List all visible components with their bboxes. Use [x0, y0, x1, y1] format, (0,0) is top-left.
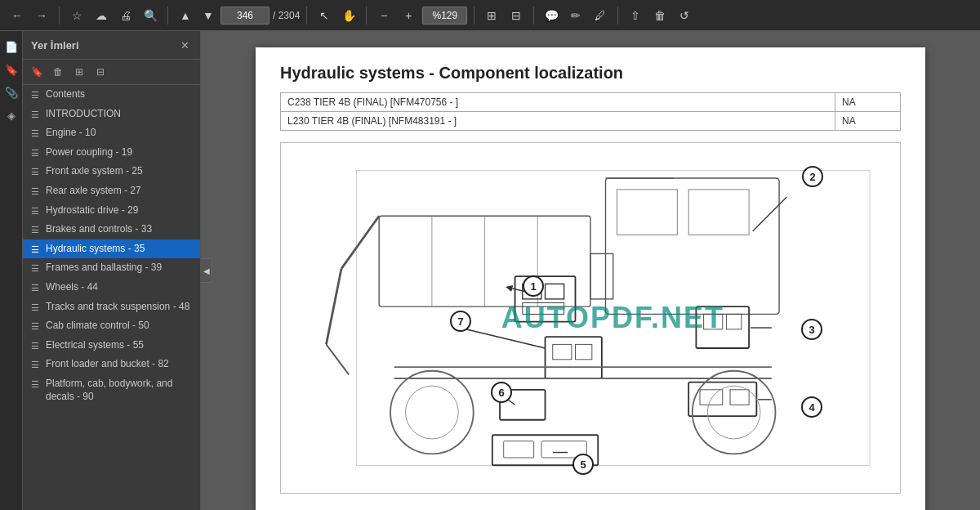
svg-rect-4 — [688, 190, 749, 235]
page-up-icon[interactable]: ▲ — [175, 5, 196, 26]
close-icon[interactable]: ✕ — [177, 38, 192, 52]
callout-3: 3 — [801, 319, 822, 340]
sidebar-title: Yer İmleri — [31, 39, 79, 51]
page-input[interactable] — [220, 7, 270, 25]
fit-icon[interactable]: ⊟ — [506, 5, 527, 26]
sidebar: Yer İmleri ✕ 🔖 🗑 ⊞ ⊟ ☰Contents☰INTRODUCT… — [23, 31, 201, 510]
sidebar-bookmark-icon[interactable]: 🔖 — [28, 63, 46, 81]
bookmark-item-icon: ☰ — [31, 262, 41, 274]
bookmark-item-icon: ☰ — [31, 282, 41, 293]
refresh-icon[interactable]: ↺ — [674, 5, 695, 26]
cloud-icon[interactable]: ☁ — [91, 5, 112, 26]
bookmark-item-15[interactable]: ☰Platform, cab, bodywork, and decals - 9… — [23, 374, 200, 406]
bookmark-item-1[interactable]: ☰INTRODUCTION — [23, 105, 200, 124]
forward-icon[interactable]: → — [31, 5, 52, 26]
callout-6: 6 — [491, 382, 512, 403]
bookmark-item-13[interactable]: ☰Electrical systems - 55 — [23, 336, 200, 356]
print-icon[interactable]: 🖨 — [115, 5, 136, 26]
svg-line-42 — [460, 328, 545, 348]
svg-line-35 — [326, 344, 349, 374]
diagram-area: AUTOPDF.NET 1 2 3 4 5 6 7 — [280, 142, 901, 494]
bookmark-item-3[interactable]: ☰Power coupling - 19 — [23, 143, 200, 163]
bookmark-item-icon: ☰ — [31, 244, 41, 255]
bookmark-item-6[interactable]: ☰Hydrostatic drive - 29 — [23, 201, 200, 221]
main-area: 📄 🔖 📎 ◈ Yer İmleri ✕ 🔖 🗑 ⊞ ⊟ ☰Contents☰I… — [0, 31, 980, 510]
bookmark-item-icon: ☰ — [31, 186, 41, 197]
bookmark-item-0[interactable]: ☰Contents — [23, 85, 200, 105]
bookmark-item-5[interactable]: ☰Rear axle system - 27 — [23, 181, 200, 201]
bookmark-item-8[interactable]: ☰Hydraulic systems - 35 — [23, 239, 200, 259]
callout-1: 1 — [523, 275, 544, 297]
svg-rect-19 — [730, 390, 749, 405]
svg-rect-22 — [576, 344, 592, 359]
callout-5: 5 — [572, 454, 594, 475]
svg-rect-15 — [704, 314, 723, 329]
svg-rect-18 — [700, 390, 723, 405]
bookmark-item-icon: ☰ — [31, 302, 41, 313]
icon-bar: 📄 🔖 📎 ◈ — [0, 31, 23, 510]
search-toolbar-icon[interactable]: 🔍 — [140, 5, 161, 26]
layers-icon[interactable]: ◈ — [2, 106, 20, 124]
sidebar-expand-icon[interactable]: ⊞ — [70, 63, 88, 81]
page-icon[interactable]: 📄 — [2, 38, 20, 56]
page-down-icon[interactable]: ▼ — [198, 5, 219, 26]
zoom-in-icon[interactable]: + — [398, 5, 419, 26]
bookmark-item-icon: ☰ — [31, 128, 41, 139]
content-area[interactable]: ◀ Hydraulic systems - Component localiza… — [201, 31, 980, 510]
comment-icon[interactable]: 💬 — [541, 5, 562, 26]
bookmark-item-14[interactable]: ☰Front loader and bucket - 82 — [23, 355, 200, 374]
attachment-icon[interactable]: 📎 — [2, 83, 20, 101]
bookmark-item-label: Electrical systems - 55 — [46, 339, 194, 352]
svg-line-33 — [341, 216, 379, 269]
sep2 — [167, 7, 168, 25]
bookmark-item-icon: ☰ — [31, 320, 41, 332]
sidebar-delete-icon[interactable]: 🗑 — [49, 63, 67, 81]
page-total: / 2304 — [273, 10, 300, 21]
bookmark-item-2[interactable]: ☰Engine - 10 — [23, 123, 200, 143]
callout-2: 2 — [802, 166, 823, 187]
bookmark-item-label: Front axle system - 25 — [46, 165, 194, 178]
sidebar-header-icons: ✕ — [177, 38, 192, 52]
cursor-icon[interactable]: ↖ — [314, 5, 335, 26]
bookmark-star-icon[interactable]: ☆ — [66, 5, 87, 26]
table-row: C238 TIER 4B (FINAL) [NFM470756 - ]NA — [281, 93, 901, 112]
svg-point-28 — [406, 386, 459, 439]
bookmark-item-label: Cab climate control - 50 — [46, 320, 194, 333]
svg-rect-25 — [504, 441, 534, 458]
bookmark-panel-icon[interactable]: 🔖 — [2, 60, 20, 78]
sep1 — [59, 7, 60, 25]
back-icon[interactable]: ← — [7, 5, 28, 26]
bookmark-item-label: Tracks and track suspension - 48 — [46, 301, 194, 314]
grid-view-icon[interactable]: ⊞ — [481, 5, 502, 26]
svg-rect-20 — [546, 337, 602, 378]
bookmark-item-icon: ☰ — [31, 166, 41, 177]
bookmark-item-label: Hydrostatic drive - 29 — [46, 204, 194, 217]
bookmark-item-12[interactable]: ☰Cab climate control - 50 — [23, 316, 200, 336]
model-table: C238 TIER 4B (FINAL) [NFM470756 - ]NAL23… — [280, 92, 901, 131]
bookmark-item-10[interactable]: ☰Wheels - 44 — [23, 278, 200, 298]
bookmark-item-label: Power coupling - 19 — [46, 146, 194, 159]
bookmark-item-icon: ☰ — [31, 378, 41, 390]
svg-point-29 — [693, 371, 776, 454]
nav-group: ▲ ▼ / 2304 — [175, 5, 300, 26]
bookmark-item-7[interactable]: ☰Brakes and controls - 33 — [23, 220, 200, 239]
bookmark-item-label: Engine - 10 — [46, 127, 194, 140]
collapse-sidebar-btn[interactable]: ◀ — [201, 258, 212, 283]
bookmark-item-label: Contents — [46, 88, 194, 101]
share-icon[interactable]: ⇧ — [625, 5, 646, 26]
bookmark-item-11[interactable]: ☰Tracks and track suspension - 48 — [23, 298, 200, 317]
sidebar-collapse-icon[interactable]: ⊟ — [91, 63, 109, 81]
highlight-icon[interactable]: 🖊 — [590, 5, 611, 26]
svg-point-30 — [707, 386, 760, 439]
zoom-out-icon[interactable]: − — [373, 5, 394, 26]
pen-icon[interactable]: ✏ — [565, 5, 586, 26]
trash-icon[interactable]: 🗑 — [649, 5, 670, 26]
bookmark-item-9[interactable]: ☰Frames and ballasting - 39 — [23, 258, 200, 278]
bookmark-item-icon: ☰ — [31, 205, 41, 217]
zoom-input[interactable] — [422, 7, 467, 25]
hand-icon[interactable]: ✋ — [338, 5, 359, 26]
svg-rect-13 — [523, 303, 564, 315]
sep7 — [617, 7, 618, 25]
bookmark-item-4[interactable]: ☰Front axle system - 25 — [23, 162, 200, 181]
sidebar-header: Yer İmleri ✕ — [23, 31, 200, 60]
